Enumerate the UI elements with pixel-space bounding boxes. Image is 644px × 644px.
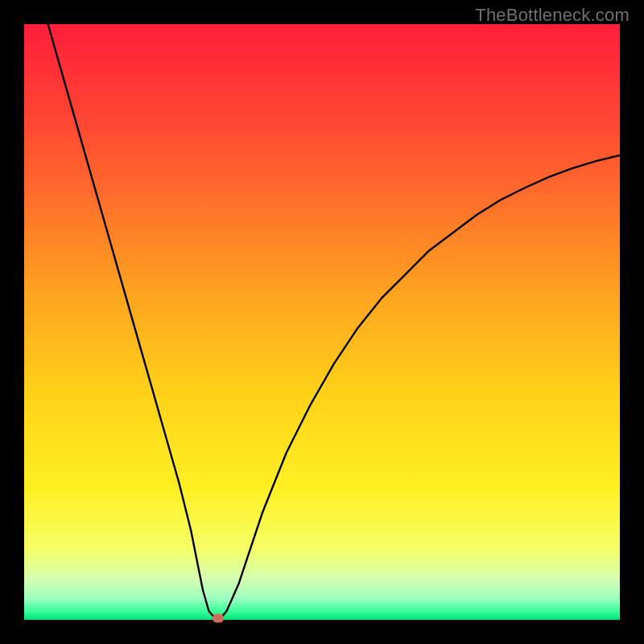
plot-area [24, 24, 620, 620]
chart-frame: TheBottleneck.com [0, 0, 644, 644]
bottleneck-curve [24, 24, 620, 620]
optimal-marker [213, 613, 224, 622]
attribution-label: TheBottleneck.com [475, 5, 630, 26]
